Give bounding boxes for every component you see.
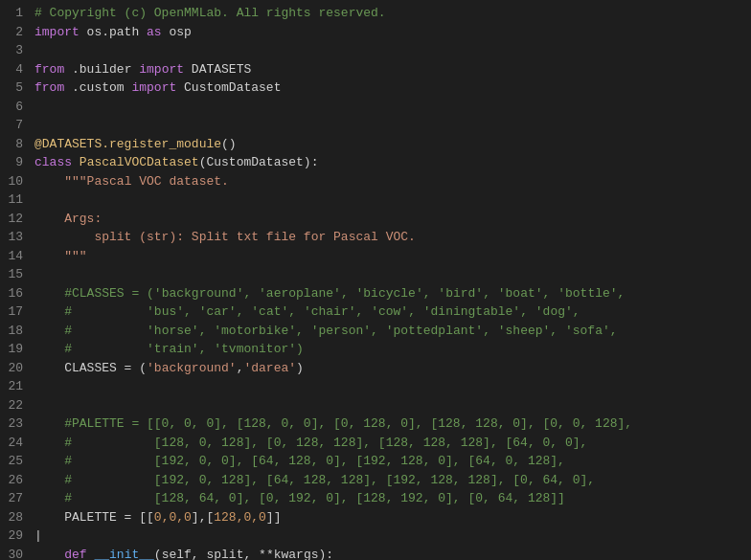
line-number: 4 — [0, 60, 31, 79]
code-line: 21 — [0, 377, 751, 396]
line-content: # [192, 0, 128], [64, 128, 128], [192, 1… — [31, 471, 751, 490]
line-number: 10 — [0, 172, 31, 191]
line-number: 19 — [0, 340, 31, 359]
code-line: 24 # [128, 0, 128], [0, 128, 128], [128,… — [0, 434, 751, 453]
code-line: 30 def __init__(self, split, **kwargs): — [0, 546, 751, 561]
code-line: 15 — [0, 265, 751, 284]
line-number: 23 — [0, 414, 31, 434]
line-number: 11 — [0, 190, 31, 210]
line-content: | — [31, 526, 751, 546]
line-number: 30 — [0, 546, 31, 561]
code-line: 13 split (str): Split txt file for Pasca… — [0, 228, 751, 247]
line-number: 28 — [0, 508, 31, 527]
line-content: # 'bus', 'car', 'cat', 'chair', 'cow', '… — [31, 302, 751, 322]
code-line: 6 — [0, 98, 751, 117]
code-line: 3 — [0, 41, 751, 60]
line-content: def __init__(self, split, **kwargs): — [31, 546, 751, 561]
line-content — [31, 396, 751, 415]
line-number: 9 — [0, 153, 31, 172]
line-number: 25 — [0, 452, 31, 471]
line-content — [31, 116, 751, 135]
code-line: 19 # 'train', 'tvmonitor') — [0, 340, 751, 359]
line-number: 7 — [0, 116, 31, 135]
line-number: 27 — [0, 489, 31, 508]
line-content: # Copyright (c) OpenMMLab. All rights re… — [31, 4, 751, 23]
code-line: 12 Args: — [0, 210, 751, 229]
line-content — [31, 190, 751, 210]
line-number: 26 — [0, 471, 31, 490]
line-number: 6 — [0, 98, 31, 117]
line-content: Args: — [31, 210, 751, 229]
line-number: 20 — [0, 359, 31, 378]
line-content: """Pascal VOC dataset. — [31, 172, 751, 191]
line-number: 17 — [0, 302, 31, 322]
code-editor: 1# Copyright (c) OpenMMLab. All rights r… — [0, 0, 751, 560]
line-content: @DATASETS.register_module() — [31, 135, 751, 154]
line-number: 1 — [0, 4, 31, 23]
code-line: 20 CLASSES = ('background','darea') — [0, 359, 751, 378]
code-line: 5from .custom import CustomDataset — [0, 78, 751, 98]
line-number: 5 — [0, 78, 31, 98]
code-line: 18 # 'horse', 'motorbike', 'person', 'po… — [0, 322, 751, 341]
line-content: PALETTE = [[0,0,0],[128,0,0]] — [31, 508, 751, 527]
code-line: 1# Copyright (c) OpenMMLab. All rights r… — [0, 4, 751, 23]
code-line: 2import os.path as osp — [0, 23, 751, 42]
line-number: 22 — [0, 396, 31, 415]
code-line: 9class PascalVOCDataset(CustomDataset): — [0, 153, 751, 172]
line-content: from .builder import DATASETS — [31, 60, 751, 79]
line-content: # [192, 0, 0], [64, 128, 0], [192, 128, … — [31, 452, 751, 471]
code-line: 7 — [0, 116, 751, 135]
line-content: # [128, 0, 128], [0, 128, 128], [128, 12… — [31, 434, 751, 453]
code-line: 23 #PALETTE = [[0, 0, 0], [128, 0, 0], [… — [0, 414, 751, 434]
line-content: split (str): Split txt file for Pascal V… — [31, 228, 751, 247]
line-content: #CLASSES = ('background', 'aeroplane', '… — [31, 284, 751, 303]
line-content: class PascalVOCDataset(CustomDataset): — [31, 153, 751, 172]
line-content: # [128, 64, 0], [0, 192, 0], [128, 192, … — [31, 489, 751, 508]
line-number: 14 — [0, 247, 31, 266]
line-content — [31, 98, 751, 117]
line-content: CLASSES = ('background','darea') — [31, 359, 751, 378]
line-content: """ — [31, 247, 751, 266]
line-content — [31, 41, 751, 60]
code-line: 29| — [0, 526, 751, 546]
code-line: 4from .builder import DATASETS — [0, 60, 751, 79]
line-number: 2 — [0, 23, 31, 42]
line-number: 18 — [0, 322, 31, 341]
code-line: 26 # [192, 0, 128], [64, 128, 128], [192… — [0, 471, 751, 490]
line-content: from .custom import CustomDataset — [31, 78, 751, 98]
line-number: 29 — [0, 526, 31, 546]
line-number: 8 — [0, 135, 31, 154]
line-content: # 'horse', 'motorbike', 'person', 'potte… — [31, 322, 751, 341]
code-line: 14 """ — [0, 247, 751, 266]
code-line: 16 #CLASSES = ('background', 'aeroplane'… — [0, 284, 751, 303]
code-line: 10 """Pascal VOC dataset. — [0, 172, 751, 191]
line-number: 21 — [0, 377, 31, 396]
code-line: 27 # [128, 64, 0], [0, 192, 0], [128, 19… — [0, 489, 751, 508]
code-line: 8@DATASETS.register_module() — [0, 135, 751, 154]
line-content: # 'train', 'tvmonitor') — [31, 340, 751, 359]
line-content: import os.path as osp — [31, 23, 751, 42]
code-line: 11 — [0, 190, 751, 210]
line-number: 15 — [0, 265, 31, 284]
line-number: 24 — [0, 434, 31, 453]
line-number: 3 — [0, 41, 31, 60]
line-content: #PALETTE = [[0, 0, 0], [128, 0, 0], [0, … — [31, 414, 751, 434]
line-content — [31, 265, 751, 284]
line-number: 12 — [0, 210, 31, 229]
code-line: 17 # 'bus', 'car', 'cat', 'chair', 'cow'… — [0, 302, 751, 322]
code-line: 25 # [192, 0, 0], [64, 128, 0], [192, 12… — [0, 452, 751, 471]
line-number: 16 — [0, 284, 31, 303]
code-line: 22 — [0, 396, 751, 415]
line-content — [31, 377, 751, 396]
line-number: 13 — [0, 228, 31, 247]
code-line: 28 PALETTE = [[0,0,0],[128,0,0]] — [0, 508, 751, 527]
